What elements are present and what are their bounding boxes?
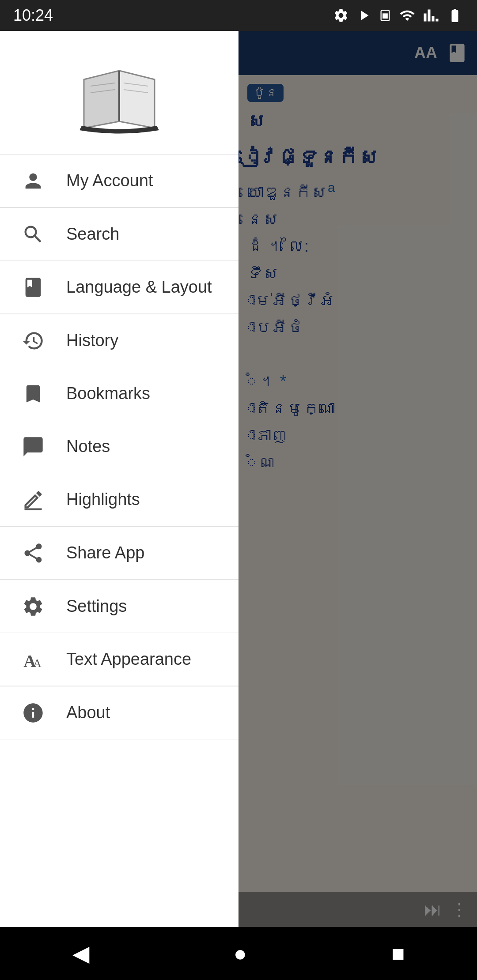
menu-item-language-layout[interactable]: Language & Layout <box>0 261 238 314</box>
status-icons <box>333 8 464 23</box>
menu-item-settings[interactable]: Settings <box>0 580 238 633</box>
recent-apps-button[interactable]: ■ <box>391 941 405 966</box>
language-layout-icon <box>18 272 49 303</box>
menu-item-bookmarks-label: Bookmarks <box>66 384 150 403</box>
highlights-icon <box>18 484 49 515</box>
menu-item-text-appearance[interactable]: A A Text Appearance <box>0 633 238 686</box>
app-logo-icon <box>62 49 177 137</box>
notes-icon <box>18 431 49 462</box>
history-icon <box>18 325 49 356</box>
menu-item-search[interactable]: Search <box>0 208 238 261</box>
menu-item-my-account-label: My Account <box>66 171 153 190</box>
menu-item-share-app[interactable]: Share App <box>0 527 238 580</box>
menu-item-history-label: History <box>66 331 118 350</box>
share-icon <box>18 538 49 569</box>
menu-item-search-label: Search <box>66 225 119 244</box>
info-icon <box>18 697 49 728</box>
menu-item-about-label: About <box>66 703 110 722</box>
navigation-drawer: My Account Search Language & Layout Hist… <box>0 31 238 980</box>
search-icon <box>18 219 49 250</box>
wifi-status-icon <box>398 8 416 23</box>
battery-status-icon <box>446 8 464 23</box>
home-button[interactable]: ● <box>234 941 247 966</box>
menu-item-share-app-label: Share App <box>66 543 144 562</box>
person-icon <box>18 166 49 196</box>
bookmark-icon <box>18 378 49 409</box>
drawer-header <box>0 31 238 155</box>
navigation-bar: ◀ ● ■ <box>0 927 477 980</box>
status-time: 10:24 <box>13 6 53 25</box>
menu-item-highlights[interactable]: Highlights <box>0 473 238 526</box>
status-bar: 10:24 <box>0 0 477 31</box>
menu-item-about[interactable]: About <box>0 686 238 739</box>
menu-item-notes[interactable]: Notes <box>0 420 238 473</box>
menu-item-settings-label: Settings <box>66 597 127 616</box>
menu-item-text-appearance-label: Text Appearance <box>66 650 191 669</box>
text-appearance-icon: A A <box>18 644 49 675</box>
sim-status-icon <box>379 8 391 23</box>
menu-item-my-account[interactable]: My Account <box>0 155 238 207</box>
drawer-overlay[interactable] <box>238 0 477 980</box>
settings-icon <box>18 591 49 622</box>
menu-item-notes-label: Notes <box>66 437 110 456</box>
menu-item-bookmarks[interactable]: Bookmarks <box>0 367 238 420</box>
menu-item-history[interactable]: History <box>0 314 238 367</box>
back-button[interactable]: ◀ <box>72 941 89 966</box>
play-status-icon <box>356 8 372 23</box>
settings-status-icon <box>333 8 349 23</box>
menu-item-highlights-label: Highlights <box>66 490 140 509</box>
svg-text:A: A <box>33 657 42 670</box>
signal-status-icon <box>423 8 439 23</box>
svg-rect-1 <box>382 13 388 19</box>
menu-item-language-layout-label: Language & Layout <box>66 278 212 297</box>
